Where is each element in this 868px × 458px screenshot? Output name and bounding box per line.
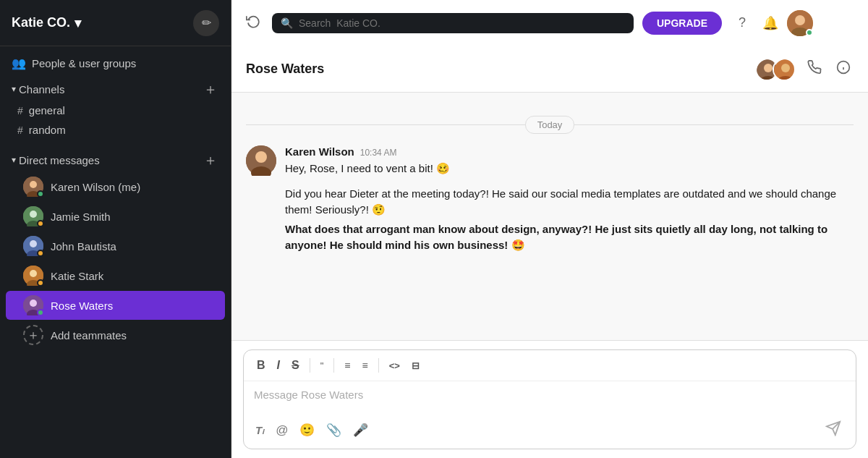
dm-item-jamie[interactable]: Jamie Smith — [6, 202, 225, 231]
add-teammates-label: Add teammates — [51, 329, 127, 342]
online-status-dot — [806, 29, 813, 36]
message-text-0: Hey, Rose, I need to vent a bit! 🥴 — [285, 161, 854, 177]
call-button[interactable] — [804, 57, 825, 81]
dm-name-rose: Rose Waters — [51, 300, 113, 312]
channel-item-general[interactable]: # general — [0, 101, 231, 120]
date-line-right — [574, 124, 854, 125]
code-button[interactable]: <> — [385, 357, 404, 374]
add-teammates-item[interactable]: ＋ Add teammates — [6, 321, 225, 349]
message-header-0: Karen Wilson 10:34 AM — [285, 145, 854, 158]
status-ring-katie — [37, 279, 44, 287]
user-avatar-container[interactable] — [787, 10, 813, 36]
dm-avatar-rose — [23, 295, 43, 315]
input-bottom-toolbar: Tᵢ @ 🙂 📎 🎤 — [244, 412, 856, 449]
add-channel-button[interactable]: ＋ — [202, 80, 219, 98]
dm-avatar-jamie — [23, 206, 43, 226]
unordered-list-button[interactable]: ≡ — [357, 357, 372, 374]
svg-point-22 — [781, 64, 790, 72]
dm-header-left: ▾ Direct messages — [12, 154, 100, 166]
emoji-button[interactable]: 🙂 — [297, 420, 318, 441]
svg-point-10 — [30, 240, 37, 247]
svg-point-19 — [764, 64, 773, 72]
history-icon — [246, 14, 260, 28]
message-block-0: Karen Wilson 10:34 AM Hey, Rose, I need … — [246, 145, 854, 254]
app-layout: Katie CO. ▾ ✏ 🔍 UPGRADE ? 🔔 — [0, 0, 868, 458]
channel-item-random[interactable]: # random — [0, 120, 231, 140]
dm-label: Direct messages — [19, 154, 100, 166]
dm-name-katie: Katie Stark — [51, 270, 103, 282]
bold-button[interactable]: B — [252, 356, 270, 375]
workspace-chevron: ▾ — [75, 15, 81, 31]
people-icon: 👥 — [12, 56, 26, 70]
dm-avatar-john — [23, 236, 43, 256]
add-circle-icon: ＋ — [23, 325, 43, 345]
svg-point-7 — [30, 211, 37, 218]
people-groups-label: People & user groups — [32, 57, 136, 69]
info-button[interactable] — [833, 57, 854, 81]
dm-item-karen[interactable]: Karen Wilson (me) — [6, 172, 225, 201]
code-block-button[interactable]: ⊟ — [407, 357, 424, 374]
message-content-0: Karen Wilson 10:34 AM Hey, Rose, I need … — [285, 145, 854, 254]
strikethrough-button[interactable]: S — [287, 356, 304, 375]
top-bar: Katie CO. ▾ ✏ 🔍 UPGRADE ? 🔔 — [0, 0, 868, 46]
message-author: Karen Wilson — [285, 145, 354, 158]
mention-button[interactable]: @ — [273, 420, 291, 441]
channels-section-header[interactable]: ▾ Channels ＋ — [0, 75, 231, 101]
message-input-placeholder[interactable]: Message Rose Waters — [244, 381, 856, 412]
dm-item-rose[interactable]: Rose Waters — [6, 291, 225, 320]
status-ring-john — [37, 250, 44, 257]
toolbar-sep-1 — [310, 358, 310, 373]
hash-icon: # — [17, 124, 23, 136]
channels-header-left: ▾ Channels — [12, 83, 64, 96]
add-dm-button[interactable]: ＋ — [202, 151, 219, 169]
search-input[interactable] — [299, 17, 625, 29]
status-ring-rose — [37, 309, 44, 316]
phone-icon — [807, 60, 822, 75]
formatting-toolbar: B I S " ≡ ≡ <> ⊟ — [244, 350, 856, 381]
toolbar-sep-3 — [378, 358, 379, 373]
channel-name-general: general — [29, 104, 65, 116]
channel-name-random: random — [29, 124, 66, 136]
send-icon — [825, 420, 841, 436]
svg-point-13 — [30, 270, 37, 277]
input-box: B I S " ≡ ≡ <> ⊟ Message Rose Waters — [243, 349, 856, 449]
search-box[interactable]: 🔍 — [272, 13, 634, 33]
messages-area: Today Karen Wilson 10:34 AM Hey, Rose, I… — [231, 93, 868, 340]
dm-item-katie[interactable]: Katie Stark — [6, 261, 225, 290]
sidebar-content: 👥 People & user groups ▾ Channels ＋ # ge… — [0, 46, 231, 458]
hash-icon: # — [17, 105, 23, 116]
audio-button[interactable]: 🎤 — [350, 420, 371, 441]
chat-participants-avatars — [755, 58, 796, 81]
ordered-list-button[interactable]: ≡ — [340, 357, 354, 374]
toolbar-sep-2 — [333, 358, 334, 373]
workspace-name: Katie CO. — [12, 15, 70, 30]
dm-name-karen: Karen Wilson (me) — [51, 181, 140, 193]
dm-name-jamie: Jamie Smith — [51, 211, 111, 223]
upgrade-button[interactable]: UPGRADE — [642, 12, 722, 35]
history-button[interactable] — [243, 11, 263, 35]
message-time: 10:34 AM — [360, 148, 397, 158]
workspace-title[interactable]: Katie CO. ▾ — [12, 15, 81, 31]
italic-button[interactable]: I — [273, 356, 284, 375]
help-button[interactable]: ? — [731, 12, 754, 35]
edit-workspace-button[interactable]: ✏ — [193, 10, 219, 36]
workspace-title-area: Katie CO. ▾ ✏ — [0, 0, 231, 46]
blockquote-button[interactable]: " — [316, 357, 328, 374]
sidebar: 👥 People & user groups ▾ Channels ＋ # ge… — [0, 46, 231, 458]
dm-section-header[interactable]: ▾ Direct messages ＋ — [0, 145, 231, 171]
sidebar-item-people-groups[interactable]: 👥 People & user groups — [0, 52, 231, 75]
text-format-button[interactable]: Tᵢ — [252, 421, 267, 440]
message-avatar-karen — [246, 145, 276, 176]
dm-item-john[interactable]: John Bautista — [6, 232, 225, 260]
send-button[interactable] — [820, 417, 847, 443]
chat-header: Rose Waters — [231, 46, 868, 93]
notification-icon[interactable]: 🔔 — [762, 15, 778, 31]
dm-chevron-icon: ▾ — [12, 155, 16, 165]
topbar-right: 🔍 UPGRADE ? 🔔 — [231, 0, 868, 46]
svg-point-28 — [255, 151, 267, 163]
search-icon: 🔍 — [281, 17, 293, 29]
date-label: Today — [525, 116, 575, 134]
attach-button[interactable]: 📎 — [323, 420, 344, 441]
date-divider: Today — [246, 116, 854, 134]
channels-chevron-icon: ▾ — [12, 84, 16, 94]
